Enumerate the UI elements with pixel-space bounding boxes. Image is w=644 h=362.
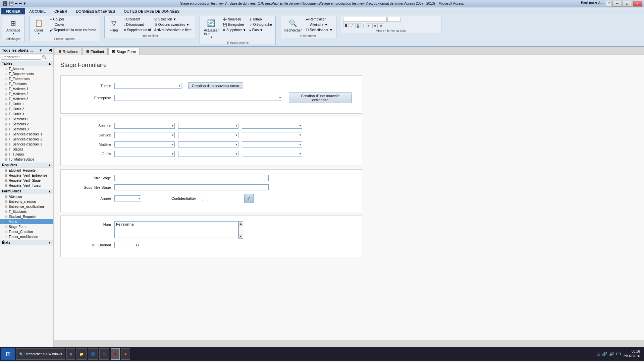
filtrer-button[interactable]: ▽ Filtrer: [107, 17, 121, 33]
nouveau-button[interactable]: ➕ Nouveau: [221, 17, 248, 22]
secteur-select1[interactable]: [114, 123, 175, 129]
totaux-button[interactable]: Σ Totaux: [248, 17, 273, 22]
selection-button[interactable]: ☑ Sélection ▼: [153, 17, 193, 22]
tuteur-select[interactable]: [114, 83, 181, 89]
tray-icon-1[interactable]: △: [597, 352, 600, 356]
sidebar-item-requete-verif-entreprise[interactable]: ⊞Requête_Verif_Entreprise: [0, 173, 53, 178]
keyboard-icon[interactable]: FR: [616, 352, 621, 356]
secteur-select2[interactable]: [178, 123, 238, 129]
croissant-button[interactable]: ↑ Croissant: [122, 17, 152, 22]
orthographe-button[interactable]: ✓ Orthographe: [248, 22, 273, 27]
service-select3[interactable]: [242, 132, 302, 138]
explorer-taskbar-item[interactable]: 📁: [76, 348, 87, 360]
align-right-button[interactable]: ≡: [379, 23, 384, 28]
sidebar-item-t-outils1[interactable]: ⊞T_Outils 1: [0, 102, 53, 107]
validate-button[interactable]: ✓: [244, 194, 254, 203]
sidebar-item-stage-form[interactable]: ⊞Stage-Form: [0, 224, 53, 229]
sidebar-item-t-matieres2[interactable]: ⊞T_Matieres 2: [0, 92, 53, 97]
app2-taskbar-item[interactable]: ●: [121, 348, 130, 360]
taskbar-clock[interactable]: 00:16 29/02/2016: [623, 349, 640, 359]
copier-button[interactable]: 📄 Copier: [48, 22, 98, 27]
outils-select3[interactable]: [242, 151, 302, 157]
matiere-select2[interactable]: [178, 141, 238, 147]
supprimer-button[interactable]: ✕ Supprimer ▼: [221, 27, 248, 33]
tab-accueil[interactable]: ACCUEIL: [25, 8, 50, 14]
size-select-box[interactable]: [387, 17, 401, 22]
sidebar-item-menu[interactable]: ⊞Menu: [0, 219, 53, 224]
affichage-button[interactable]: ⊞ Affichage ▼: [4, 17, 22, 36]
sidebar-item-entrepris-creation[interactable]: ⊞Entrepris_creation: [0, 199, 53, 204]
plus-button[interactable]: ▸ Plus ▼: [248, 27, 273, 33]
supprimer-tri-button[interactable]: ✕ Supprimer un tri: [122, 27, 152, 33]
redo-icon[interactable]: ↪: [19, 1, 22, 6]
tab-outils-bdd[interactable]: OUTILS DE BASE DE DONNÉES: [119, 8, 184, 14]
sidebar-item-t-annees[interactable]: ⊞T_Annees: [0, 66, 53, 71]
annee-select[interactable]: [114, 195, 141, 201]
activer-filtre-button[interactable]: Activer/désactiver le filtre: [153, 27, 193, 33]
align-center-button[interactable]: ≡: [372, 23, 378, 28]
nouvelle-entreprise-button[interactable]: Creation d'une nouvelle entreprise: [289, 93, 352, 103]
service-select1[interactable]: [114, 132, 175, 138]
quick-save-icon[interactable]: 💾: [9, 1, 14, 6]
access-taskbar-item[interactable]: A: [111, 348, 120, 360]
sidebar-search-icon[interactable]: 🔍: [42, 55, 47, 60]
sidebar-item-t-stages[interactable]: ⊞T_Stages: [0, 147, 53, 152]
nouveau-tuteur-button[interactable]: Creation d'un nouveau tuteur: [188, 82, 243, 89]
underline-button[interactable]: U: [355, 23, 361, 28]
size-input[interactable]: [389, 17, 399, 21]
undo-icon[interactable]: ↩: [15, 1, 18, 6]
nom-textarea[interactable]: [114, 221, 238, 238]
sidebar-item-t-secteurs3[interactable]: ⊞T_Secteurs 3: [0, 127, 53, 132]
entreprise-select[interactable]: [114, 95, 282, 101]
sidebar-item-t-services3[interactable]: ⊞T_Services d'accueil 3: [0, 142, 53, 147]
titre-stage-input[interactable]: [114, 175, 269, 181]
confidentialite-checkbox[interactable]: [202, 196, 207, 201]
sidebar-search-input[interactable]: [1, 55, 41, 60]
reproduire-button[interactable]: 🖌 Reproduire la mise en forme: [48, 27, 98, 33]
sidebar-item-requete-verif-tuteur[interactable]: ⊞Requête_Verif_Tuteur: [0, 183, 53, 188]
requetes-section-header[interactable]: Requêtes ▲: [0, 163, 53, 168]
sidebar-item-t-outils3[interactable]: ⊞T_Outils 3: [0, 112, 53, 117]
sous-titre-stage-input[interactable]: [114, 184, 269, 190]
matiere-select1[interactable]: [114, 141, 175, 147]
sidebar-item-tj-matierestage[interactable]: ⊞TJ_MatiereStage: [0, 157, 53, 162]
network-icon[interactable]: 🔗: [602, 352, 607, 356]
actualiser-button[interactable]: 🔄 Actualisertout ▼: [202, 17, 221, 40]
matiere-select3[interactable]: [242, 141, 302, 147]
align-left-button[interactable]: ≡: [366, 23, 371, 28]
taskview-button[interactable]: ⊟: [66, 348, 75, 360]
sidebar-item-entreprise-modification[interactable]: ⊞Entreprise_modification: [0, 204, 53, 209]
bold-button[interactable]: B: [343, 23, 349, 28]
sidebar-item-tuteur-creation[interactable]: ⊞Tuteur_Creation: [0, 229, 53, 234]
sidebar-item-etudiant-requete-form[interactable]: ⊞Etudiant_Requete: [0, 214, 53, 219]
tab-stage-form[interactable]: ⊞ Stage-Form: [108, 48, 140, 55]
font-select-box[interactable]: [343, 17, 387, 22]
service-select2[interactable]: [178, 132, 238, 138]
rechercher-button[interactable]: 🔍 Rechercher: [282, 17, 304, 33]
coller-button[interactable]: 📋 Coller ▼: [32, 17, 46, 36]
close-button[interactable]: ✕: [633, 1, 642, 7]
chrome-taskbar-item[interactable]: 🌐: [88, 348, 98, 360]
etats-section-header[interactable]: États ▼: [0, 240, 53, 245]
remplacer-button[interactable]: ⇄ Remplacer: [305, 17, 334, 22]
sidebar-expand-icon[interactable]: ▼: [39, 48, 43, 52]
secteur-select3[interactable]: [242, 123, 302, 129]
sidebar-item-t-matieres3[interactable]: ⊞T_Matieres 3: [0, 97, 53, 102]
scroll-up-btn[interactable]: ▲: [238, 221, 243, 226]
enregistrer-button[interactable]: 💾 Enregistrer: [221, 22, 248, 27]
sidebar-item-t-etudiants[interactable]: ⊞T_Etudiants: [0, 81, 53, 86]
tab-creer[interactable]: CRÉER: [50, 8, 72, 14]
outils-select2[interactable]: [178, 151, 238, 157]
tab-donnees-externes[interactable]: DONNÉES EXTERNES: [71, 8, 119, 14]
italic-button[interactable]: I: [350, 23, 354, 28]
selectionner-button[interactable]: ☐ Sélectionner ▼: [305, 27, 334, 33]
tab-etudiant[interactable]: ⊞ Etudiant: [83, 48, 108, 55]
tables-section-header[interactable]: Tables ▲: [0, 61, 53, 66]
customize-icon[interactable]: ▼: [23, 1, 26, 6]
couper-button[interactable]: ✂ Couper: [48, 17, 98, 22]
outils-select1[interactable]: [114, 151, 175, 157]
scroll-down-btn[interactable]: ▼: [238, 234, 243, 239]
sidebar-item-requete-verif-stage[interactable]: ⊞Requête_Verif_Stage: [0, 178, 53, 183]
sidebar-item-etudiant-form[interactable]: ⊞T_Etudiants: [0, 209, 53, 214]
sidebar-item-t-outils2[interactable]: ⊞T_Outils 2: [0, 107, 53, 112]
